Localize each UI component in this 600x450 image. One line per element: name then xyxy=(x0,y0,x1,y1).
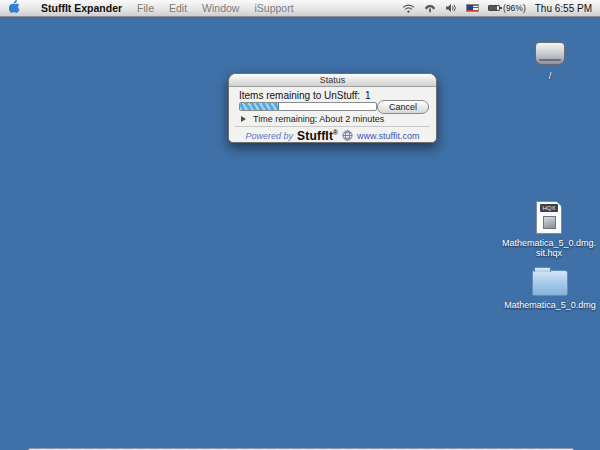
folder-icon xyxy=(532,270,568,296)
desktop-icon-hard-disk[interactable]: / xyxy=(530,42,570,81)
desktop-icon-hqx-archive[interactable]: HQX Mathematica_5_0.dmg. sit.hqx xyxy=(499,201,599,258)
hard-disk-label: / xyxy=(530,71,570,81)
menu-clock[interactable]: Thu 6:55 PM xyxy=(535,3,592,14)
window-title: Status xyxy=(320,75,346,85)
apple-icon xyxy=(9,0,20,17)
wifi-icon[interactable] xyxy=(402,0,415,17)
status-window: Status Items remaining to UnStuff:1 Canc… xyxy=(228,73,437,143)
progress-fill xyxy=(240,103,279,110)
dialog-divider xyxy=(235,126,430,127)
stuffit-brand: StuffIt® xyxy=(297,129,338,143)
cancel-button-label: Cancel xyxy=(389,102,417,112)
items-remaining-row: Items remaining to UnStuff:1 xyxy=(239,90,371,101)
menu-window[interactable]: Window xyxy=(202,2,239,14)
hqx-badge: HQX xyxy=(540,204,558,212)
menu-isupport[interactable]: iSupport xyxy=(254,2,293,14)
time-remaining-text: Time remaining: About 2 minutes xyxy=(253,114,384,124)
time-remaining-row: Time remaining: About 2 minutes xyxy=(241,114,384,124)
progress-bar xyxy=(239,102,377,111)
hqx-artwork xyxy=(543,216,556,229)
powered-by-label: Powered by xyxy=(246,131,294,141)
items-remaining-value: 1 xyxy=(365,90,371,101)
globe-icon xyxy=(342,127,353,145)
cancel-button[interactable]: Cancel xyxy=(377,100,429,114)
keyboard-layout-flag-icon[interactable] xyxy=(466,4,479,12)
hqx-archive-label: Mathematica_5_0.dmg. sit.hqx xyxy=(499,238,599,258)
stuffit-branding-footer: Powered by StuffIt® www.stuffit.com xyxy=(229,128,436,143)
battery-percent: (96%) xyxy=(503,3,526,13)
apple-menu[interactable] xyxy=(9,0,20,17)
battery-status[interactable]: (96%) xyxy=(488,3,526,13)
battery-icon xyxy=(488,5,500,11)
menu-bar: StuffIt Expander File Edit Window iSuppo… xyxy=(0,0,600,17)
stuffit-url-link[interactable]: www.stuffit.com xyxy=(357,131,419,141)
disclosure-triangle-icon[interactable] xyxy=(241,116,246,122)
desktop-icon-dmg-folder[interactable]: Mathematica_5_0.dmg xyxy=(494,266,600,310)
dmg-folder-label: Mathematica_5_0.dmg xyxy=(494,300,600,310)
desktop[interactable]: Status Items remaining to UnStuff:1 Canc… xyxy=(0,17,600,450)
hqx-document-icon: HQX xyxy=(536,201,562,234)
hard-disk-icon xyxy=(535,42,565,65)
modem-phone-icon[interactable] xyxy=(424,0,436,17)
items-remaining-label: Items remaining to UnStuff: xyxy=(239,90,360,101)
active-app-name[interactable]: StuffIt Expander xyxy=(41,2,122,14)
menu-edit[interactable]: Edit xyxy=(169,2,187,14)
status-window-title-bar[interactable]: Status xyxy=(229,74,436,87)
volume-icon[interactable] xyxy=(445,0,457,17)
menu-file[interactable]: File xyxy=(137,2,154,14)
